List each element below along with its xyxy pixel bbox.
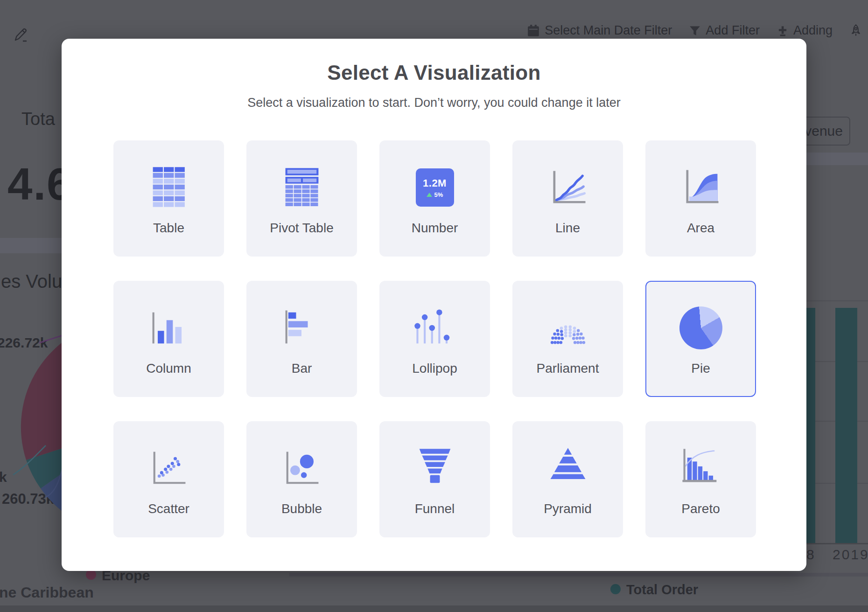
- pie-slice-label-top: 226.72k: [0, 335, 48, 351]
- line-chart-icon: [545, 160, 591, 215]
- visualization-grid: Table: [113, 140, 756, 537]
- viz-option-number[interactable]: 1.2M 5% Number: [379, 140, 490, 257]
- viz-option-pyramid[interactable]: Pyramid: [512, 421, 623, 537]
- pivot-table-icon: [279, 160, 325, 215]
- filter-icon: [689, 25, 701, 37]
- viz-option-label: Table: [153, 221, 184, 236]
- viz-option-scatter[interactable]: Scatter: [113, 421, 224, 537]
- legend-dot-europe: [86, 570, 96, 580]
- number-tile-delta: 5%: [434, 191, 443, 198]
- select-main-date-filter-label: Select Main Date Filter: [545, 23, 672, 38]
- pyramid-chart-icon: [545, 441, 591, 496]
- viz-option-line[interactable]: Line: [512, 140, 623, 257]
- viz-option-label: Number: [412, 221, 458, 236]
- viz-option-pie[interactable]: Pie: [645, 281, 756, 397]
- number-icon: 1.2M 5%: [416, 160, 454, 215]
- viz-option-pareto[interactable]: Pareto: [645, 421, 756, 537]
- viz-option-area[interactable]: Area: [645, 140, 756, 257]
- pie-slice-label-bottom: 260.73k: [2, 491, 54, 508]
- viz-option-label: Pyramid: [544, 501, 592, 516]
- x-tick-2019: 2019: [833, 547, 868, 563]
- viz-option-table[interactable]: Table: [113, 140, 224, 257]
- bar-total-order-2019: [835, 308, 857, 543]
- parliament-chart-icon: [545, 300, 591, 355]
- boost-button[interactable]: B: [849, 23, 868, 38]
- funnel-chart-icon: [412, 441, 458, 496]
- modal-title: Select A Visualization: [62, 61, 806, 84]
- viz-option-label: Bar: [292, 361, 312, 376]
- table-icon: [146, 160, 192, 215]
- pie-chart-icon: [679, 300, 722, 355]
- section-title-fragment: es Volu: [1, 271, 62, 292]
- select-visualization-modal: Select A Visualization Select a visualiz…: [62, 39, 806, 571]
- app-root: Select Main Date Filter Add Filter Addin…: [0, 0, 868, 612]
- bubble-chart-icon: [279, 441, 325, 496]
- viz-option-lollipop[interactable]: Lollipop: [379, 281, 490, 397]
- viz-option-label: Line: [555, 221, 580, 236]
- viz-option-pivot-table[interactable]: Pivot Table: [246, 140, 357, 257]
- card-bottom-edge: [289, 573, 868, 577]
- rocket-icon: [849, 24, 862, 38]
- legend-label-caribbean[interactable]: ne Caribbean: [0, 584, 94, 601]
- edit-pencil-icon[interactable]: [11, 25, 30, 47]
- pareto-chart-icon: [678, 441, 724, 496]
- column-chart-icon: [146, 300, 192, 355]
- add-filter-button[interactable]: Add Filter: [689, 23, 760, 38]
- number-tile-value: 1.2M: [423, 177, 447, 189]
- select-main-date-filter-button[interactable]: Select Main Date Filter: [527, 23, 672, 38]
- lollipop-chart-icon: [412, 300, 458, 355]
- bar-chart-icon: [279, 300, 325, 355]
- section-divider: [0, 238, 63, 253]
- viz-option-label: Parliament: [537, 361, 599, 376]
- pie-slice-label-left: k: [0, 469, 7, 485]
- viz-option-label: Pivot Table: [270, 221, 333, 236]
- section-divider-right: [805, 153, 868, 165]
- metric-card-title-fragment: Tota: [21, 109, 55, 129]
- area-chart-icon: [678, 160, 724, 215]
- viz-option-funnel[interactable]: Funnel: [379, 421, 490, 537]
- modal-subtitle: Select a visualization to start. Don’t w…: [62, 96, 806, 110]
- scatter-chart-icon: [146, 441, 192, 496]
- legend-label-total-order[interactable]: Total Order: [626, 582, 698, 598]
- viz-option-label: Area: [687, 221, 714, 236]
- viz-option-label: Scatter: [148, 501, 189, 516]
- viz-option-bar[interactable]: Bar: [246, 281, 357, 397]
- calendar-icon: [527, 24, 540, 37]
- plus-icon: [777, 25, 789, 37]
- viz-option-label: Bubble: [281, 501, 322, 516]
- adding-label: Adding: [793, 23, 833, 38]
- delta-up-icon: [427, 193, 432, 197]
- adding-button[interactable]: Adding: [777, 23, 833, 38]
- page-bottom-strip: [0, 605, 868, 612]
- viz-option-parliament[interactable]: Parliament: [512, 281, 623, 397]
- x-tick-2018-fragment: 8: [806, 547, 814, 563]
- legend-dot-total-order: [610, 584, 621, 594]
- viz-option-label: Pareto: [681, 501, 720, 516]
- dashboard-toolbar: Select Main Date Filter Add Filter Addin…: [527, 23, 868, 38]
- viz-option-column[interactable]: Column: [113, 281, 224, 397]
- add-filter-label: Add Filter: [706, 23, 760, 38]
- viz-option-label: Pie: [691, 361, 710, 376]
- viz-option-label: Funnel: [415, 501, 455, 516]
- viz-option-label: Column: [146, 361, 191, 376]
- viz-option-bubble[interactable]: Bubble: [246, 421, 357, 537]
- viz-option-label: Lollipop: [412, 361, 457, 376]
